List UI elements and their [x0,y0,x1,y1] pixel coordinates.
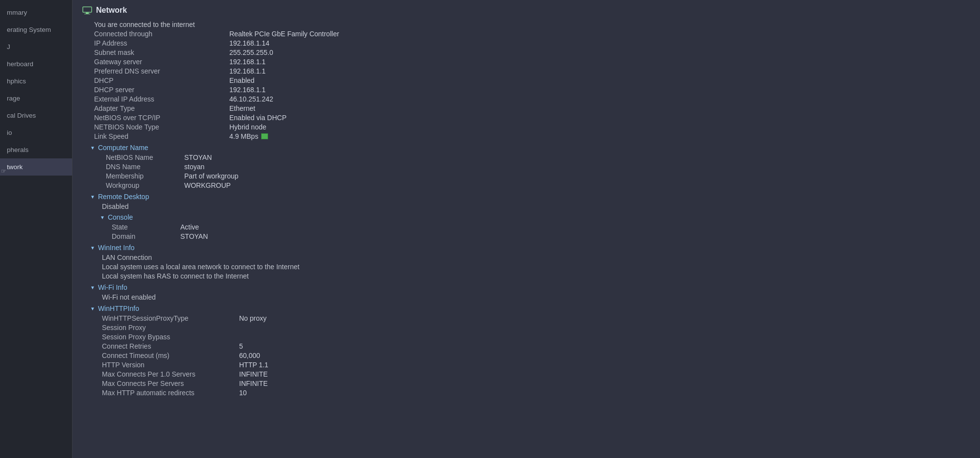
info-row-ip-address: IP Address 192.168.1.14 [82,38,970,48]
wininet-row-2: Local system has RAS to connect to the I… [86,271,970,280]
info-row-dhcp-server: DHCP server 192.168.1.1 [82,85,970,94]
sidebar-item-audio[interactable]: io [0,124,72,141]
sidebar-item-local-drives[interactable]: cal Drives [0,107,72,124]
winhttp-row-2: Session Proxy Bypass [86,332,970,341]
remote-desktop-header[interactable]: ▼ Remote Desktop [82,192,970,202]
wininet-section: ▼ WinInet Info LAN Connection Local syst… [82,243,970,280]
winhttp-row-5: HTTP Version HTTP 1.1 [86,360,970,369]
workgroup-row: Workgroup WORKGROUP [86,180,970,190]
console-domain-row: Domain STOYAN [86,231,970,241]
svg-rect-2 [84,14,90,14]
computer-name-header[interactable]: ▼ Computer Name [82,143,970,153]
remote-desktop-status: Disabled [86,202,970,211]
console-content: State Active Domain STOYAN [86,222,970,241]
winhttp-row-4: Connect Timeout (ms) 60,000 [86,351,970,360]
section-header: Network [82,6,970,15]
section-title: Network [96,6,127,15]
console-arrow: ▼ [100,215,105,220]
winhttp-row-6: Max Connects Per 1.0 Servers INFINITE [86,369,970,379]
sidebar-item-motherboard[interactable]: herboard [0,55,72,73]
winhttp-content: WinHTTPSessionProxyType No proxy Session… [82,313,970,397]
remote-desktop-arrow: ▼ [90,194,95,200]
console-section: ▼ Console State Active Domain STOYAN [86,212,970,241]
info-row-subnet-mask: Subnet mask 255.255.255.0 [82,48,970,57]
computer-name-arrow: ▼ [90,145,95,151]
info-row-adapter-type: Adapter Type Ethernet [82,103,970,113]
wininet-header[interactable]: ▼ WinInet Info [82,243,970,253]
winhttp-header[interactable]: ▼ WinHTTPInfo [82,304,970,313]
info-row-preferred-dns: Preferred DNS server 192.168.1.1 [82,66,970,76]
sidebar: mmary erating System J herboard hphics r… [0,0,73,458]
info-row-dhcp: DHCP Enabled [82,76,970,85]
netbios-name-row: NetBIOS Name STOYAN [86,153,970,162]
wininet-content: LAN Connection Local system uses a local… [82,253,970,280]
membership-row: Membership Part of workgroup [86,171,970,180]
info-row-connected-through: Connected through Realtek PCIe GbE Famil… [82,29,970,38]
winhttp-row-0: WinHTTPSessionProxyType No proxy [86,313,970,323]
winhttp-row-1: Session Proxy [86,323,970,332]
winhttp-row-3: Connect Retries 5 [86,341,970,351]
connection-status: You are connected to the internet [82,20,970,29]
sidebar-item-peripherals[interactable]: pherals [0,141,72,158]
sidebar-item-summary[interactable]: mmary [0,4,72,21]
winhttp-row-8: Max HTTP automatic redirects 10 [86,388,970,397]
info-row-gateway-server: Gateway server 192.168.1.1 [82,57,970,66]
wifi-header[interactable]: ▼ Wi-Fi Info [82,282,970,292]
svg-rect-1 [86,12,89,14]
info-row-external-ip: External IP Address 46.10.251.242 [82,94,970,103]
link-speed-icon [261,133,268,139]
remote-desktop-content: Disabled ▼ Console State Active Domain S… [82,202,970,241]
computer-name-content: NetBIOS Name STOYAN DNS Name stoyan Memb… [82,153,970,190]
info-row-netbios-node: NETBIOS Node Type Hybrid node [82,122,970,131]
svg-rect-0 [83,7,92,12]
console-header[interactable]: ▼ Console [86,212,970,222]
sidebar-item-storage[interactable]: rage [0,90,72,107]
computer-name-section: ▼ Computer Name NetBIOS Name STOYAN DNS … [82,143,970,190]
remote-desktop-section: ▼ Remote Desktop Disabled ▼ Console Stat… [82,192,970,241]
sidebar-item-operating-system[interactable]: erating System [0,21,72,38]
wininet-row-0: LAN Connection [86,253,970,262]
info-row-link-speed: Link Speed 4.9 MBps [82,131,970,141]
winhttp-arrow: ▼ [90,306,95,311]
wininet-row-1: Local system uses a local area network t… [86,262,970,271]
sidebar-item-graphics[interactable]: hphics [0,73,72,90]
sidebar-item-network[interactable]: twork [0,158,72,176]
main-content: Network You are connected to the interne… [73,0,980,458]
network-icon [82,6,92,14]
wifi-arrow: ▼ [90,285,95,290]
wifi-content: Wi-Fi not enabled [82,292,970,302]
dns-name-row: DNS Name stoyan [86,162,970,171]
winhttp-row-7: Max Connects Per Servers INFINITE [86,379,970,388]
info-row-netbios-tcp: NetBIOS over TCP/IP Enabled via DHCP [82,113,970,122]
sidebar-item-cpu[interactable]: J [0,38,72,55]
wininet-arrow: ▼ [90,245,95,251]
winhttp-section: ▼ WinHTTPInfo WinHTTPSessionProxyType No… [82,304,970,397]
console-state-row: State Active [86,222,970,231]
wifi-section: ▼ Wi-Fi Info Wi-Fi not enabled [82,282,970,302]
network-info-table: Connected through Realtek PCIe GbE Famil… [82,29,970,141]
wifi-status: Wi-Fi not enabled [86,292,970,302]
